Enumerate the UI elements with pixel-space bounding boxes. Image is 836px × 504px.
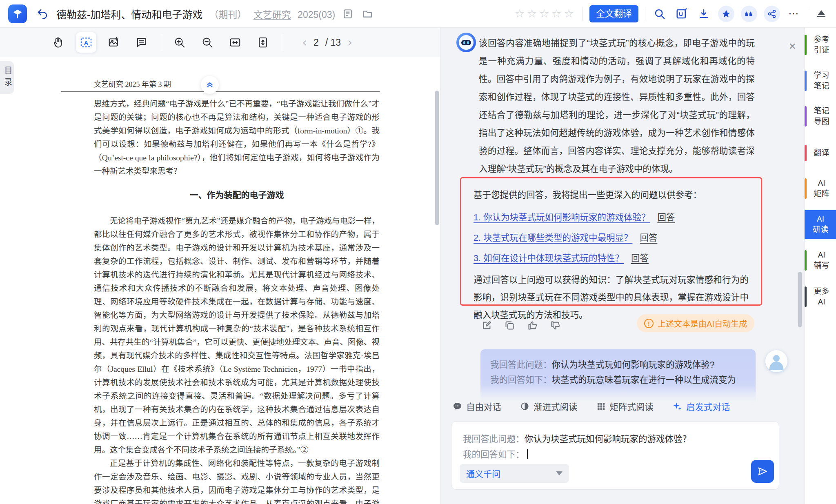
ai-generated-text: 上述文本是由AI自动生成: [658, 317, 747, 329]
pdf-scrollbar-thumb[interactable]: [435, 91, 439, 225]
rail-tab-more-ai[interactable]: 更多AI: [805, 285, 836, 308]
divider: [645, 7, 645, 21]
ai-panel-scrollbar-thumb[interactable]: [798, 272, 802, 327]
mode-label: 矩阵式阅读: [610, 400, 654, 413]
mode-heuristic-dialogue[interactable]: 启发式对话: [672, 400, 730, 413]
suggested-questions-box: 基于您提供的回答，我将提出一些更深入的问题以供参考： 1. 你认为块茎式玩如何影…: [460, 177, 762, 306]
zoom-out-icon[interactable]: [197, 32, 218, 53]
favorite-star-icon[interactable]: [718, 6, 734, 22]
text-select-tool-icon[interactable]: A: [76, 32, 96, 53]
more-menu-icon[interactable]: ⋯: [787, 7, 801, 20]
divider: [583, 7, 583, 21]
answer-value: 块茎式的玩意味着玩家在进行一种以生成流变为: [552, 375, 736, 385]
pdf-page-area: 目录 文艺研究 2025 年第 3 期 思维方式，经典问题“电子游戏是什么”已不…: [0, 57, 440, 504]
collapse-header-icon[interactable]: [815, 10, 828, 17]
journal-issue: 2025(03): [298, 9, 335, 20]
mode-free-chat[interactable]: 自由对话: [453, 400, 501, 413]
catalog-icon[interactable]: [340, 6, 356, 22]
page-running-head: 文艺研究 2025 年第 3 期: [94, 78, 171, 89]
chat-input-card[interactable]: 我回答此问题：你认为块茎式玩如何影响玩家的游戏体验？ 我的回答如下： 通义千问: [451, 421, 779, 490]
doc-type: （期刊）: [209, 9, 247, 20]
total-pages: / 13: [325, 37, 341, 48]
zoom-in-icon[interactable]: [169, 32, 190, 53]
rail-tab-ai-matrix[interactable]: AI矩阵: [805, 177, 836, 200]
document-meta: （期刊） 文艺研究 2025(03): [209, 7, 335, 21]
pdf-section-heading: 一、作为装配的电子游戏: [94, 189, 380, 202]
chevron-down-icon: [556, 471, 563, 475]
input-answer-label: 我的回答如下：: [463, 450, 525, 460]
input-answer-line[interactable]: 我的回答如下：: [463, 447, 767, 462]
half-circle-icon: [520, 402, 529, 411]
page-rule: [61, 91, 380, 92]
compare-icon[interactable]: [674, 6, 689, 22]
question-link[interactable]: 3. 如何在设计中体现块茎式玩的特性？: [474, 251, 624, 264]
chat-mode-bar: 自由对话 渐进式阅读 矩阵式阅读 启发式对话: [453, 400, 730, 413]
close-icon[interactable]: ×: [789, 40, 796, 52]
grid-icon: [596, 402, 606, 411]
send-button[interactable]: [751, 460, 774, 483]
fit-width-icon[interactable]: [225, 32, 245, 53]
answer-link[interactable]: 回答: [640, 231, 657, 243]
screenshot-image-tool-icon[interactable]: [104, 32, 124, 53]
edit-icon[interactable]: [480, 319, 493, 331]
input-question-value: 你认为块茎式玩如何影响玩家的游戏体验？: [525, 434, 691, 444]
question-value: 你认为块茎式玩如何影响玩家的游戏体验?: [552, 360, 715, 370]
folder-icon[interactable]: [360, 6, 375, 22]
ai-reading-panel: × 该回答内容准确地捕捉到了“块茎式玩”的核心概念，即电子游戏中的玩是一种充满力…: [440, 28, 804, 504]
mode-label: 渐进式阅读: [534, 400, 578, 413]
prev-page-icon[interactable]: ‹: [302, 36, 307, 49]
thumbs-down-icon[interactable]: [549, 319, 561, 331]
feature-rail: 参考引证 学习笔记 笔记导图 翻译 AI矩阵 AI研读 AI辅写 更多AI: [804, 28, 836, 504]
rail-tab-ai-reading[interactable]: AI研读: [805, 210, 836, 239]
suggested-question-row: 3. 如何在设计中体现块茎式玩的特性？ 回答: [474, 251, 749, 264]
user-message-bubble[interactable]: 我回答此问题：你认为块茎式玩如何影响玩家的游戏体验? 我的回答如下：块茎式的玩意…: [480, 349, 756, 403]
thumbs-up-icon[interactable]: [526, 319, 538, 331]
next-page-icon[interactable]: ›: [347, 36, 352, 49]
sparkle-icon: [672, 402, 682, 411]
rail-tab-note-map[interactable]: 笔记导图: [805, 105, 836, 128]
topbar: 德勒兹-加塔利、情动和电子游戏 （期刊） 文艺研究 2025(03) ☆☆☆☆☆…: [0, 0, 836, 28]
ai-robot-avatar: [456, 33, 476, 52]
mode-matrix-reading[interactable]: 矩阵式阅读: [596, 400, 654, 413]
collapse-toolbar-button[interactable]: [201, 76, 219, 94]
model-selector[interactable]: 通义千问: [460, 464, 569, 483]
app-logo-icon[interactable]: [8, 4, 27, 23]
pdf-paragraph: 无论将电子游戏视作“第九艺术”还是媒介融合的产物，电子游戏与电影一样，都比以往任…: [94, 214, 380, 457]
fit-page-icon[interactable]: [253, 32, 273, 53]
answer-link[interactable]: 回答: [631, 251, 649, 264]
user-question-line: 我回答此问题：你认为块茎式玩如何影响玩家的游戏体验?: [490, 357, 746, 373]
toc-tab[interactable]: 目录: [0, 61, 14, 94]
rail-tab-ai-writing[interactable]: AI辅写: [805, 249, 836, 272]
answer-link[interactable]: 回答: [657, 210, 675, 223]
question-link[interactable]: 1. 你认为块茎式玩如何影响玩家的游戏体验？: [474, 210, 650, 223]
journal-link[interactable]: 文艺研究: [253, 9, 291, 20]
copy-icon[interactable]: [503, 319, 516, 331]
warning-icon: !: [644, 319, 654, 328]
page-navigation: ‹ 2 / 13 ›: [302, 36, 352, 49]
pdf-viewer: A ‹ 2 / 13: [0, 28, 440, 504]
rail-tab-translate[interactable]: 翻译: [805, 144, 836, 162]
rail-tab-study-notes[interactable]: 学习笔记: [805, 69, 836, 92]
text-cursor: [527, 449, 528, 459]
quote-icon[interactable]: [741, 6, 757, 22]
input-question-label: 我回答此问题：: [463, 434, 525, 444]
question-link[interactable]: 2. 块茎式玩在哪些类型的游戏中最明显？: [474, 231, 632, 243]
current-page[interactable]: 2: [314, 37, 319, 48]
hand-tool-icon[interactable]: [48, 32, 69, 53]
answer-label: 我的回答如下：: [490, 375, 552, 385]
divider: [283, 35, 283, 50]
message-actions: [480, 319, 561, 331]
full-text-translate-button[interactable]: 全文翻译: [589, 5, 638, 22]
share-icon[interactable]: [764, 6, 780, 22]
back-button[interactable]: [34, 6, 51, 22]
svg-text:A: A: [84, 40, 89, 46]
rail-tab-references[interactable]: 参考引证: [805, 33, 836, 56]
search-icon[interactable]: [652, 6, 667, 22]
download-icon[interactable]: [696, 6, 711, 22]
mode-progressive-reading[interactable]: 渐进式阅读: [520, 400, 578, 413]
user-avatar: [765, 350, 787, 372]
rating-stars[interactable]: ☆☆☆☆☆: [514, 7, 576, 20]
suggested-question-row: 2. 块茎式玩在哪些类型的游戏中最明显？ 回答: [474, 231, 749, 243]
comment-tool-icon[interactable]: [131, 32, 152, 53]
question-label: 我回答此问题：: [490, 360, 552, 370]
